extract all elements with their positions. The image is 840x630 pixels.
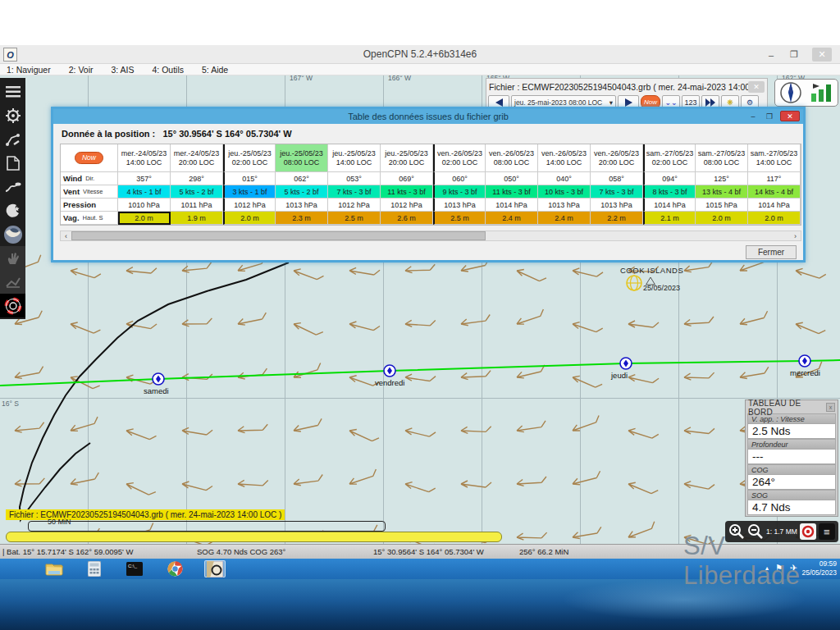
dialog-maximize-button[interactable]: ❐ <box>762 111 777 121</box>
wind-barb-icon <box>405 318 436 327</box>
wave-height-cell-2: 2.0 m <box>223 212 276 225</box>
fermer-button[interactable]: Fermer <box>746 245 797 259</box>
pressure-cell-4: 1012 hPa <box>328 199 381 212</box>
scrollbar-thumb[interactable] <box>71 231 486 240</box>
dashboard-field-value-0: 2.5 Nds <box>747 424 836 439</box>
scroll-left-arrow[interactable]: ‹ <box>61 231 71 240</box>
grib-file-title: Fichier : ECMWF20230525194504043.grb ( m… <box>489 82 748 92</box>
column-header-9[interactable]: ven.-26/05/2320:00 LOC <box>591 144 643 172</box>
column-header-11[interactable]: sam.-27/05/2308:00 LOC <box>696 144 748 172</box>
compass-rose-icon <box>779 81 802 104</box>
chevron-down-icon: ▾ <box>609 98 613 107</box>
wind-barb-icon <box>572 374 603 389</box>
column-header-7[interactable]: ven.-26/05/2308:00 LOC <box>486 144 538 172</box>
column-header-12[interactable]: sam.-27/05/2314:00 LOC <box>748 144 801 172</box>
menu-item-2[interactable]: 2: Voir <box>69 65 94 75</box>
dashboard-close-icon[interactable]: x <box>826 403 835 412</box>
wind-barb-icon <box>572 469 602 486</box>
taskbar-app-chrome-icon[interactable] <box>164 560 185 578</box>
waypoint-marker-mercredi[interactable] <box>799 355 810 367</box>
wind-dir-cell-11: 125° <box>696 172 748 185</box>
wind-speed-cell-0: 4 kts - 1 bf <box>118 185 171 199</box>
wind-dir-cell-10: 094° <box>643 172 696 185</box>
dashboard-field-label-1: Profondeur <box>747 439 836 450</box>
scrollbar-track <box>486 231 790 240</box>
wind-dir-cell-6: 060° <box>433 172 486 185</box>
menu-item-5[interactable]: 5: Aide <box>202 65 228 75</box>
waypoint-marker-jeudi[interactable] <box>620 358 632 369</box>
waypoint-marker-samedi[interactable] <box>153 373 164 385</box>
taskbar-app-calculator-icon[interactable] <box>84 560 105 578</box>
wind-speed-cell-6: 9 kts - 3 bf <box>433 185 486 199</box>
dialog-minimize-button[interactable]: – <box>746 111 760 121</box>
wind-barb-icon <box>517 531 548 541</box>
pressure-cell-1: 1011 hPa <box>171 199 223 212</box>
wave-height-cell-0: 2.0 m <box>118 212 171 225</box>
scroll-right-arrow[interactable]: › <box>790 231 801 240</box>
menu-item-4[interactable]: 4: Outils <box>153 65 185 75</box>
dialog-close-button[interactable]: ✕ <box>780 111 800 121</box>
table-now-cell: Now <box>61 144 118 172</box>
column-header-10[interactable]: sam.-27/05/2302:00 LOC <box>643 144 696 172</box>
wind-barb-icon <box>404 481 436 493</box>
wave-height-cell-8: 2.4 m <box>538 212 591 225</box>
wind-barb-icon <box>181 317 212 327</box>
wind-speed-cell-5: 11 kts - 3 bf <box>381 185 433 199</box>
row-label-wind-speed: VentVitesse <box>61 185 118 199</box>
menu-icon[interactable] <box>0 80 25 103</box>
position-value: 15° 30.9564' S 164° 05.7304' W <box>162 129 291 139</box>
taskbar-app-command-prompt-icon[interactable]: C:\_ <box>124 560 145 578</box>
column-header-2[interactable]: jeu.-25/05/2302:00 LOC <box>223 144 276 172</box>
waypoint-marker-vendredi[interactable] <box>384 365 395 377</box>
track-icon[interactable] <box>0 175 25 199</box>
chart-document-icon[interactable] <box>0 151 25 175</box>
grib-timeline-slider[interactable] <box>6 532 502 542</box>
taskbar-app-opencpn-icon[interactable] <box>204 560 226 578</box>
grib-data-table: Nowmer.-24/05/2314:00 LOCmer.-24/05/2320… <box>60 144 801 226</box>
wind-barb-icon <box>14 365 45 381</box>
dashboard-field-value-1: --- <box>747 450 836 464</box>
column-header-1[interactable]: mer.-24/05/2320:00 LOC <box>171 144 223 172</box>
wave-height-cell-11: 2.0 m <box>696 212 748 225</box>
dialog-titlebar[interactable]: Table des données issues du fichier grib… <box>53 109 803 124</box>
create-route-icon[interactable] <box>0 127 25 151</box>
wind-barb-icon <box>628 427 659 439</box>
wind-barb-icon <box>516 419 547 434</box>
column-header-3[interactable]: jeu.-25/05/2308:00 LOC <box>276 144 328 172</box>
wind-barb-icon <box>126 427 157 441</box>
taskbar-app-file-explorer-icon[interactable] <box>43 560 65 578</box>
menu-item-1[interactable]: 1: Naviguer <box>7 65 51 75</box>
column-header-6[interactable]: ven.-26/05/2302:00 LOC <box>433 144 486 172</box>
man-overboard-icon[interactable] <box>0 294 25 317</box>
wind-barb-icon <box>349 321 381 331</box>
measure-icon[interactable] <box>0 270 25 294</box>
wind-barb-icon <box>460 313 491 327</box>
column-header-8[interactable]: ven.-26/05/2314:00 LOC <box>538 144 591 172</box>
window-maximize-button[interactable]: ❐ <box>784 48 804 62</box>
pressure-cell-12: 1014 hPa <box>748 199 801 212</box>
menu-bar: 1: Naviguer2: Voir3: AIS4: Outils5: Aide <box>0 64 840 75</box>
night-mode-moon-icon[interactable] <box>0 199 25 222</box>
table-horizontal-scrollbar[interactable]: ‹ › <box>60 231 801 241</box>
world-globe-icon[interactable] <box>0 222 25 246</box>
wind-speed-cell-11: 13 kts - 4 bf <box>696 185 748 199</box>
window-minimize-button[interactable]: – <box>761 48 781 62</box>
wave-height-cell-5: 2.6 m <box>381 212 433 225</box>
menu-item-3[interactable]: 3: AIS <box>111 65 134 75</box>
table-now-button[interactable]: Now <box>75 152 103 164</box>
compass-status-widget[interactable] <box>774 79 838 107</box>
wave-height-cell-10: 2.1 m <box>643 212 696 225</box>
wind-barb-icon <box>739 309 769 326</box>
grab-hand-icon[interactable] <box>0 246 25 270</box>
wind-barb-icon <box>293 321 324 336</box>
window-close-button[interactable]: ✕ <box>812 48 832 62</box>
column-header-0[interactable]: mer.-24/05/2314:00 LOC <box>118 144 171 172</box>
column-header-5[interactable]: jeu.-25/05/2320:00 LOC <box>381 144 433 172</box>
wind-barb-icon <box>683 315 714 327</box>
pressure-cell-7: 1014 hPa <box>486 199 538 212</box>
wind-barb-icon <box>515 308 546 326</box>
settings-gear-icon[interactable] <box>0 103 25 127</box>
column-header-4[interactable]: jeu.-25/05/2314:00 LOC <box>328 144 381 172</box>
sog-cog-status: SOG 4.70 Nds COG 263° <box>197 547 285 556</box>
grib-panel-close-icon[interactable]: ✕ <box>748 81 765 93</box>
